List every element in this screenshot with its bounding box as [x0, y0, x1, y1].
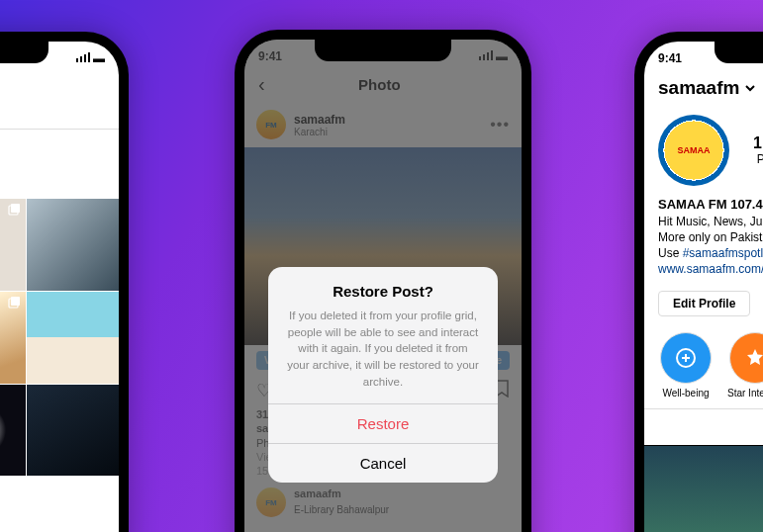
bio-line: More only on Pakistan: [658, 229, 763, 245]
highlights-row: Well-being Star Intervi...: [644, 326, 763, 408]
notch: [0, 42, 48, 63]
stat-label: Po: [753, 152, 763, 166]
highlight-cover: [660, 332, 712, 384]
status-icons: ▬: [76, 51, 105, 65]
bio-line: Use #samaafmspotligh: [658, 245, 763, 261]
profile-stats-row: SAMAA 1,7 Po: [644, 109, 763, 192]
restore-button[interactable]: Restore: [268, 403, 498, 443]
grid-cell[interactable]: [0, 199, 26, 291]
profile-bio: SAMAA FM 107.4 Hit Music, News, Juicy Mo…: [644, 192, 763, 281]
profile-buttons: Edit Profile: [644, 281, 763, 326]
highlight-label: Star Intervi...: [727, 388, 763, 399]
profile-header[interactable]: samaafm: [644, 65, 763, 109]
star-icon: [744, 347, 763, 369]
info-note: ts. They will be e number of days ble to…: [0, 130, 119, 199]
cancel-button[interactable]: Cancel: [268, 443, 498, 483]
phone-right: 9:41 samaafm SAMAA 1,7 Po SAMAA FM 107.4…: [634, 32, 763, 532]
profile-username: samaafm: [658, 77, 739, 99]
restore-dialog: Restore Post? If you deleted it from you…: [268, 267, 498, 483]
bio-line: Hit Music, News, Juicy: [658, 214, 763, 229]
svg-rect-2: [11, 204, 20, 213]
grid-cell[interactable]: [27, 199, 119, 291]
highlight-item[interactable]: Star Intervi...: [727, 332, 763, 399]
profile-avatar[interactable]: SAMAA: [658, 115, 729, 186]
grid-cell[interactable]: [0, 292, 26, 384]
highlight-item[interactable]: Well-being: [658, 332, 714, 399]
multi-icon: [8, 296, 22, 310]
phone-left: 9:41 ▬ ted ts. They will be e number of …: [0, 32, 129, 532]
deleted-grid: [0, 199, 119, 532]
edit-profile-button[interactable]: Edit Profile: [658, 291, 750, 316]
page-title: ted: [0, 65, 119, 99]
grid-cell[interactable]: [27, 292, 119, 384]
notch: [315, 40, 451, 61]
multi-icon: [8, 203, 22, 217]
bio-link[interactable]: www.samaafm.com/lin: [658, 261, 763, 277]
notch: [715, 42, 763, 63]
chevron-down-icon: [743, 81, 757, 95]
highlight-cover: [729, 332, 763, 384]
screen-profile: 9:41 samaafm SAMAA 1,7 Po SAMAA FM 107.4…: [644, 42, 763, 532]
plus-shield-icon: [674, 346, 698, 370]
highlight-label: Well-being: [658, 388, 714, 399]
grid-cell[interactable]: [644, 446, 763, 532]
screen-deleted: 9:41 ▬ ted ts. They will be e number of …: [0, 42, 119, 532]
tab-grid[interactable]: [644, 409, 763, 446]
stat-posts[interactable]: 1,7 Po: [753, 134, 763, 166]
svg-rect-4: [11, 297, 20, 306]
profile-grid: [644, 446, 763, 532]
grid-cell[interactable]: [27, 385, 119, 477]
grid-cell[interactable]: [0, 385, 26, 477]
dialog-title: Restore Post?: [268, 267, 498, 304]
stat-number: 1,7: [753, 134, 763, 152]
hashtag-link[interactable]: #samaafmspotligh: [683, 246, 763, 260]
profile-tabs: [644, 408, 763, 446]
dialog-body: If you deleted it from your profile grid…: [268, 304, 498, 403]
content-tabs: [0, 99, 119, 130]
screen-photo: 9:41 ▬ ‹ Photo FM samaafm Karachi ••• Vi…: [244, 40, 522, 532]
phone-center: 9:41 ▬ ‹ Photo FM samaafm Karachi ••• Vi…: [235, 30, 531, 532]
status-time: 9:41: [658, 51, 682, 65]
bio-name: SAMAA FM 107.4: [658, 196, 763, 214]
